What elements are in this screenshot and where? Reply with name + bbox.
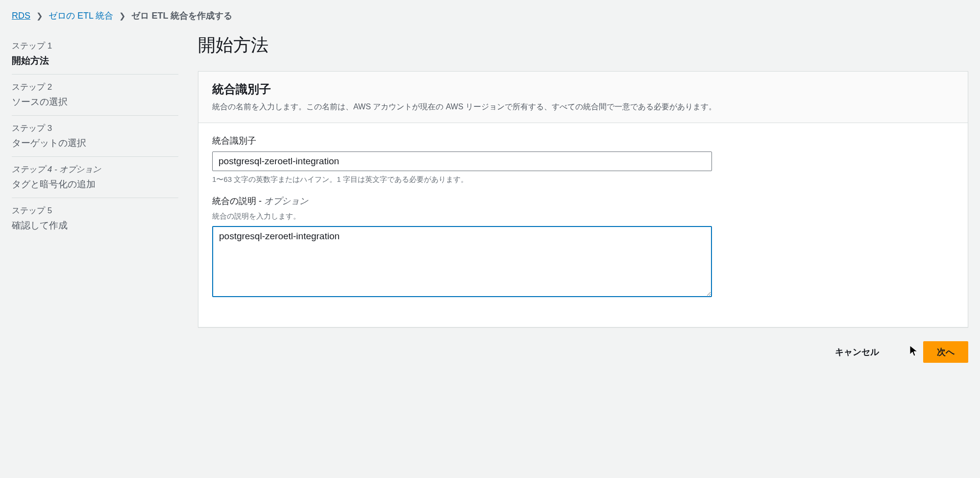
- description-label-text: 統合の説明 -: [212, 196, 264, 206]
- cancel-button[interactable]: キャンセル: [821, 341, 893, 363]
- wizard-sidebar: ステップ 1 開始方法 ステップ 2 ソースの選択 ステップ 3 ターゲットの選…: [12, 33, 178, 363]
- step-title: 確認して作成: [12, 219, 178, 232]
- description-optional: オプション: [264, 196, 308, 206]
- step-label: ステップ 1: [12, 40, 178, 51]
- breadcrumb-root[interactable]: RDS: [12, 11, 30, 21]
- step-label: ステップ 2: [12, 81, 178, 93]
- sidebar-step-3[interactable]: ステップ 3 ターゲットの選択: [12, 116, 178, 157]
- cursor-icon: [909, 345, 918, 359]
- sidebar-step-5[interactable]: ステップ 5 確認して作成: [12, 198, 178, 239]
- step-title: ソースの選択: [12, 96, 178, 108]
- field-description: 統合の説明 - オプション 統合の説明を入力します。: [212, 195, 954, 299]
- sidebar-step-4[interactable]: ステップ 4 - オプション タグと暗号化の追加: [12, 157, 178, 198]
- panel-description: 統合の名前を入力します。この名前は、AWS アカウントが現在の AWS リージョ…: [212, 101, 954, 113]
- step-title: ターゲットの選択: [12, 137, 178, 150]
- identifier-input[interactable]: [212, 151, 712, 171]
- identifier-label: 統合識別子: [212, 135, 954, 147]
- sidebar-step-1[interactable]: ステップ 1 開始方法: [12, 33, 178, 75]
- breadcrumb: RDS ❯ ゼロの ETL 統合 ❯ ゼロ ETL 統合を作成する: [12, 10, 968, 22]
- chevron-right-icon: ❯: [119, 11, 125, 21]
- chevron-right-icon: ❯: [36, 11, 43, 21]
- step-label: ステップ 5: [12, 205, 178, 216]
- step-label: ステップ 3: [12, 123, 178, 134]
- step-title: 開始方法: [12, 54, 178, 67]
- step-title: タグと暗号化の追加: [12, 178, 178, 191]
- wizard-footer: キャンセル 次へ: [198, 341, 968, 363]
- panel-integration-identifier: 統合識別子 統合の名前を入力します。この名前は、AWS アカウントが現在の AW…: [198, 71, 968, 327]
- step-label: ステップ 4 - オプション: [12, 164, 178, 175]
- description-sublabel: 統合の説明を入力します。: [212, 212, 954, 221]
- description-label: 統合の説明 - オプション: [212, 195, 954, 207]
- panel-body: 統合識別子 1〜63 文字の英数字またはハイフン。1 字目は英文字である必要があ…: [198, 123, 968, 327]
- description-textarea[interactable]: [212, 226, 712, 297]
- next-button[interactable]: 次へ: [923, 341, 968, 363]
- panel-heading: 統合識別子: [212, 81, 954, 97]
- panel-header: 統合識別子 統合の名前を入力します。この名前は、AWS アカウントが現在の AW…: [198, 72, 968, 123]
- sidebar-step-2[interactable]: ステップ 2 ソースの選択: [12, 75, 178, 116]
- identifier-help: 1〜63 文字の英数字またはハイフン。1 字目は英文字である必要があります。: [212, 175, 954, 184]
- page-title: 開始方法: [198, 33, 968, 57]
- breadcrumb-current: ゼロ ETL 統合を作成する: [131, 10, 232, 22]
- main-content: 開始方法 統合識別子 統合の名前を入力します。この名前は、AWS アカウントが現…: [198, 33, 968, 363]
- field-identifier: 統合識別子 1〜63 文字の英数字またはハイフン。1 字目は英文字である必要があ…: [212, 135, 954, 184]
- breadcrumb-parent[interactable]: ゼロの ETL 統合: [49, 10, 113, 22]
